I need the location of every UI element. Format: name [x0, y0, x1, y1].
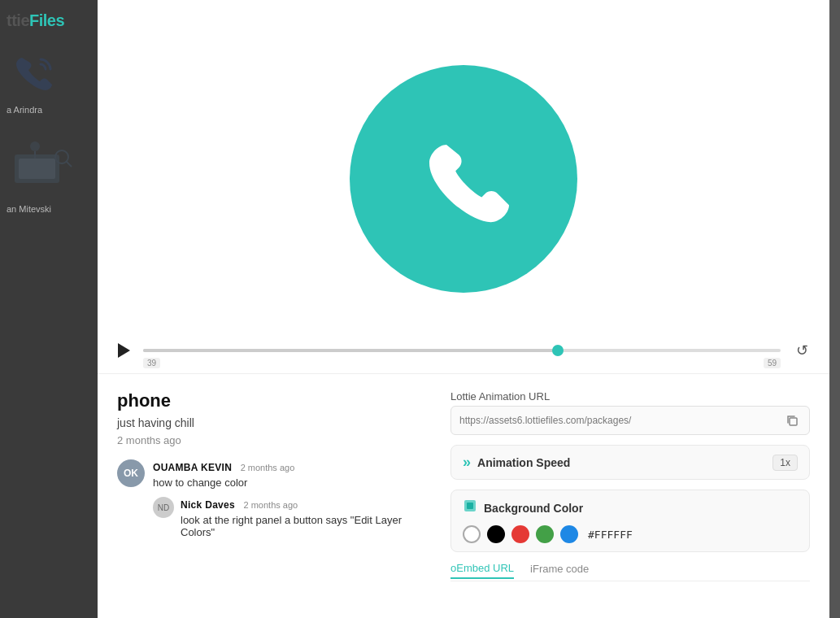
- svg-line-3: [66, 161, 72, 167]
- color-swatches: #FFFFFF: [463, 525, 798, 543]
- comment-author: OUAMBA KEVIN: [153, 462, 232, 473]
- embed-tabs: oEmbed URL iFrame code: [450, 562, 810, 581]
- bottom-area: phone just having chill 2 months ago OK …: [98, 374, 829, 618]
- comment-time: 2 months ago: [241, 463, 295, 472]
- swatch-green[interactable]: [536, 525, 554, 543]
- left-author1: a Arindra: [0, 102, 98, 118]
- background-color-card: Background Color #FFFFFF: [450, 490, 810, 552]
- reply-author: Nick Daves: [181, 499, 235, 511]
- swatch-black[interactable]: [487, 525, 505, 543]
- animation-preview: 39 59 ↺: [98, 0, 829, 374]
- play-button[interactable]: [114, 341, 133, 360]
- comment-content: OUAMBA KEVIN 2 months ago how to change …: [153, 459, 426, 538]
- copy-url-button[interactable]: [783, 411, 801, 429]
- reply-block: ND Nick Daves 2 months ago look at the r…: [153, 497, 426, 538]
- playback-controls: 39 59 ↺: [114, 339, 813, 362]
- svg-rect-6: [790, 418, 797, 425]
- left-author2: an Mitevski: [0, 201, 98, 217]
- app-title: ttieFiles: [0, 0, 98, 38]
- reply-time: 2 months ago: [244, 500, 298, 510]
- frame-end-label: 59: [764, 358, 781, 368]
- right-panel: Lottie Animation URL https://assets6.lot…: [450, 390, 810, 602]
- svg-point-4: [30, 141, 40, 151]
- iframe-tab[interactable]: iFrame code: [530, 562, 589, 579]
- speed-title: Animation Speed: [477, 456, 570, 469]
- left-panel: phone just having chill 2 months ago OK …: [117, 390, 426, 602]
- copy-icon: [786, 414, 799, 427]
- swatch-red[interactable]: [511, 525, 529, 543]
- bg-color-icon: [463, 498, 477, 517]
- animation-speed-card: » Animation Speed 1x: [450, 445, 810, 480]
- speed-badge[interactable]: 1x: [773, 455, 798, 471]
- svg-rect-8: [467, 503, 473, 509]
- reply-avatar: ND: [153, 497, 174, 518]
- bg-header: Background Color: [463, 498, 798, 517]
- play-icon: [118, 343, 130, 358]
- bg-title-row: Background Color: [463, 498, 583, 517]
- left-sidebar: ttieFiles a Arindra an Mitevski: [0, 0, 98, 618]
- slider-fill: [143, 349, 558, 352]
- url-row: https://assets6.lottiefiles.com/packages…: [450, 406, 810, 435]
- svg-rect-1: [19, 159, 55, 179]
- illustration-icon: [7, 134, 80, 191]
- phone-icon-small: [10, 51, 59, 92]
- comment-text: how to change color: [153, 477, 426, 489]
- timeline-slider[interactable]: 39 59: [143, 349, 781, 352]
- phone-circle: [350, 65, 577, 293]
- animation-title: phone: [117, 390, 426, 411]
- url-value: https://assets6.lottiefiles.com/packages…: [459, 415, 777, 426]
- slider-thumb: [552, 345, 564, 356]
- slider-track: [143, 349, 781, 352]
- url-label: Lottie Animation URL: [450, 390, 810, 403]
- frame-start-label: 39: [143, 358, 160, 368]
- replay-button[interactable]: ↺: [790, 339, 813, 362]
- swatch-blue[interactable]: [560, 525, 578, 543]
- main-modal: 39 59 ↺ phone just having chill 2 months…: [98, 0, 829, 618]
- comment-avatar: OK: [117, 459, 145, 487]
- animation-description: just having chill: [117, 416, 426, 429]
- hex-value: #FFFFFF: [588, 529, 633, 541]
- swatch-white[interactable]: [463, 525, 481, 543]
- phone-animation: [407, 122, 520, 236]
- bg-color-title: Background Color: [484, 502, 583, 515]
- comment-block: OK OUAMBA KEVIN 2 months ago how to chan…: [117, 459, 426, 538]
- oembed-tab[interactable]: oEmbed URL: [450, 562, 514, 579]
- reply-text: look at the right panel a button says "E…: [181, 514, 426, 538]
- speed-title-row: » Animation Speed: [463, 454, 570, 471]
- speed-header: » Animation Speed 1x: [463, 454, 798, 471]
- reply-content: Nick Daves 2 months ago look at the righ…: [181, 497, 426, 538]
- speed-icon: »: [463, 454, 471, 471]
- animation-date: 2 months ago: [117, 434, 426, 446]
- paint-icon: [463, 498, 477, 513]
